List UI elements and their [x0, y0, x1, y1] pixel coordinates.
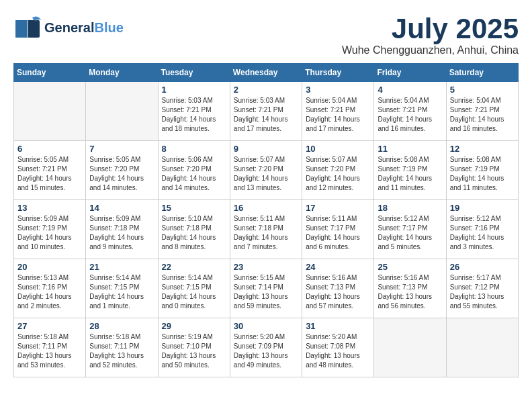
calendar-cell — [14, 82, 86, 141]
day-info: Sunrise: 5:17 AMSunset: 7:12 PMDaylight:… — [450, 273, 515, 311]
day-info: Sunrise: 5:04 AMSunset: 7:21 PMDaylight:… — [378, 96, 442, 134]
day-info: Sunrise: 5:05 AMSunset: 7:20 PMDaylight:… — [89, 155, 154, 193]
day-number: 17 — [306, 203, 370, 213]
day-number: 14 — [89, 203, 154, 213]
day-info: Sunrise: 5:19 AMSunset: 7:10 PMDaylight:… — [162, 332, 226, 370]
day-number: 24 — [306, 262, 370, 272]
weekday-header: Thursday — [302, 64, 374, 82]
weekday-header: Friday — [374, 64, 446, 82]
day-info: Sunrise: 5:20 AMSunset: 7:08 PMDaylight:… — [306, 332, 370, 370]
day-info: Sunrise: 5:12 AMSunset: 7:16 PMDaylight:… — [450, 214, 515, 252]
page-header: GeneralBlue July 2025 Wuhe Chengguanzhen… — [13, 13, 519, 56]
day-number: 29 — [162, 321, 226, 331]
day-info: Sunrise: 5:14 AMSunset: 7:15 PMDaylight:… — [162, 273, 226, 311]
day-number: 2 — [234, 85, 298, 95]
day-number: 10 — [306, 144, 370, 154]
day-number: 30 — [234, 321, 298, 331]
logo-text: GeneralBlue — [44, 20, 124, 35]
day-info: Sunrise: 5:14 AMSunset: 7:15 PMDaylight:… — [89, 273, 154, 311]
calendar-cell: 28Sunrise: 5:18 AMSunset: 7:11 PMDayligh… — [86, 318, 158, 377]
day-number: 4 — [378, 85, 442, 95]
calendar-week-row: 20Sunrise: 5:13 AMSunset: 7:16 PMDayligh… — [14, 259, 519, 318]
calendar-header-row: SundayMondayTuesdayWednesdayThursdayFrid… — [14, 64, 519, 82]
day-number: 23 — [234, 262, 298, 272]
calendar-cell: 3Sunrise: 5:04 AMSunset: 7:21 PMDaylight… — [302, 82, 374, 141]
title-block: July 2025 Wuhe Chengguanzhen, Anhui, Chi… — [342, 13, 519, 56]
day-number: 22 — [162, 262, 226, 272]
calendar-cell: 22Sunrise: 5:14 AMSunset: 7:15 PMDayligh… — [158, 259, 230, 318]
svg-rect-1 — [15, 20, 28, 38]
calendar-cell — [86, 82, 158, 141]
calendar-cell: 27Sunrise: 5:18 AMSunset: 7:11 PMDayligh… — [14, 318, 86, 377]
calendar-cell: 1Sunrise: 5:03 AMSunset: 7:21 PMDaylight… — [158, 82, 230, 141]
calendar-cell: 16Sunrise: 5:11 AMSunset: 7:18 PMDayligh… — [230, 200, 302, 259]
calendar-cell: 26Sunrise: 5:17 AMSunset: 7:12 PMDayligh… — [446, 259, 518, 318]
calendar-cell: 15Sunrise: 5:10 AMSunset: 7:18 PMDayligh… — [158, 200, 230, 259]
calendar-cell: 11Sunrise: 5:08 AMSunset: 7:19 PMDayligh… — [374, 141, 446, 200]
day-number: 18 — [378, 203, 442, 213]
day-number: 20 — [17, 262, 82, 272]
day-info: Sunrise: 5:18 AMSunset: 7:11 PMDaylight:… — [17, 332, 82, 370]
day-number: 11 — [378, 144, 442, 154]
day-info: Sunrise: 5:04 AMSunset: 7:21 PMDaylight:… — [306, 96, 370, 134]
day-info: Sunrise: 5:07 AMSunset: 7:20 PMDaylight:… — [306, 155, 370, 193]
day-number: 6 — [17, 144, 82, 154]
calendar-cell: 23Sunrise: 5:15 AMSunset: 7:14 PMDayligh… — [230, 259, 302, 318]
calendar-table: SundayMondayTuesdayWednesdayThursdayFrid… — [13, 63, 519, 377]
calendar-cell — [446, 318, 518, 377]
day-info: Sunrise: 5:16 AMSunset: 7:13 PMDaylight:… — [378, 273, 442, 311]
day-number: 8 — [162, 144, 226, 154]
day-info: Sunrise: 5:08 AMSunset: 7:19 PMDaylight:… — [378, 155, 442, 193]
calendar-cell: 18Sunrise: 5:12 AMSunset: 7:17 PMDayligh… — [374, 200, 446, 259]
calendar-cell: 7Sunrise: 5:05 AMSunset: 7:20 PMDaylight… — [86, 141, 158, 200]
calendar-cell: 6Sunrise: 5:05 AMSunset: 7:21 PMDaylight… — [14, 141, 86, 200]
day-number: 3 — [306, 85, 370, 95]
day-number: 19 — [450, 203, 515, 213]
calendar-week-row: 27Sunrise: 5:18 AMSunset: 7:11 PMDayligh… — [14, 318, 519, 377]
calendar-cell: 21Sunrise: 5:14 AMSunset: 7:15 PMDayligh… — [86, 259, 158, 318]
day-number: 13 — [17, 203, 82, 213]
day-info: Sunrise: 5:18 AMSunset: 7:11 PMDaylight:… — [89, 332, 154, 370]
weekday-header: Wednesday — [230, 64, 302, 82]
calendar-cell: 24Sunrise: 5:16 AMSunset: 7:13 PMDayligh… — [302, 259, 374, 318]
calendar-cell: 2Sunrise: 5:03 AMSunset: 7:21 PMDaylight… — [230, 82, 302, 141]
day-info: Sunrise: 5:16 AMSunset: 7:13 PMDaylight:… — [306, 273, 370, 311]
day-number: 27 — [17, 321, 82, 331]
calendar-cell: 30Sunrise: 5:20 AMSunset: 7:09 PMDayligh… — [230, 318, 302, 377]
calendar-cell: 20Sunrise: 5:13 AMSunset: 7:16 PMDayligh… — [14, 259, 86, 318]
day-number: 15 — [162, 203, 226, 213]
day-info: Sunrise: 5:11 AMSunset: 7:18 PMDaylight:… — [234, 214, 298, 252]
day-info: Sunrise: 5:07 AMSunset: 7:20 PMDaylight:… — [234, 155, 298, 193]
calendar-week-row: 1Sunrise: 5:03 AMSunset: 7:21 PMDaylight… — [14, 82, 519, 141]
day-info: Sunrise: 5:09 AMSunset: 7:19 PMDaylight:… — [17, 214, 82, 252]
calendar-cell — [374, 318, 446, 377]
weekday-header: Sunday — [14, 64, 86, 82]
weekday-header: Tuesday — [158, 64, 230, 82]
day-number: 21 — [89, 262, 154, 272]
day-info: Sunrise: 5:06 AMSunset: 7:20 PMDaylight:… — [162, 155, 226, 193]
calendar-cell: 31Sunrise: 5:20 AMSunset: 7:08 PMDayligh… — [302, 318, 374, 377]
day-info: Sunrise: 5:08 AMSunset: 7:19 PMDaylight:… — [450, 155, 515, 193]
day-info: Sunrise: 5:11 AMSunset: 7:17 PMDaylight:… — [306, 214, 370, 252]
calendar-cell: 14Sunrise: 5:09 AMSunset: 7:18 PMDayligh… — [86, 200, 158, 259]
day-info: Sunrise: 5:04 AMSunset: 7:21 PMDaylight:… — [450, 96, 515, 134]
calendar-cell: 12Sunrise: 5:08 AMSunset: 7:19 PMDayligh… — [446, 141, 518, 200]
day-info: Sunrise: 5:20 AMSunset: 7:09 PMDaylight:… — [234, 332, 298, 370]
day-number: 16 — [234, 203, 298, 213]
day-info: Sunrise: 5:03 AMSunset: 7:21 PMDaylight:… — [162, 96, 226, 134]
calendar-cell: 19Sunrise: 5:12 AMSunset: 7:16 PMDayligh… — [446, 200, 518, 259]
day-info: Sunrise: 5:09 AMSunset: 7:18 PMDaylight:… — [89, 214, 154, 252]
calendar-week-row: 6Sunrise: 5:05 AMSunset: 7:21 PMDaylight… — [14, 141, 519, 200]
day-info: Sunrise: 5:10 AMSunset: 7:18 PMDaylight:… — [162, 214, 226, 252]
day-number: 26 — [450, 262, 515, 272]
day-number: 7 — [89, 144, 154, 154]
calendar-cell: 13Sunrise: 5:09 AMSunset: 7:19 PMDayligh… — [14, 200, 86, 259]
day-info: Sunrise: 5:13 AMSunset: 7:16 PMDaylight:… — [17, 273, 82, 311]
weekday-header: Saturday — [446, 64, 518, 82]
calendar-cell: 25Sunrise: 5:16 AMSunset: 7:13 PMDayligh… — [374, 259, 446, 318]
calendar-week-row: 13Sunrise: 5:09 AMSunset: 7:19 PMDayligh… — [14, 200, 519, 259]
logo-icon — [13, 13, 42, 42]
day-number: 31 — [306, 321, 370, 331]
calendar-cell: 4Sunrise: 5:04 AMSunset: 7:21 PMDaylight… — [374, 82, 446, 141]
day-number: 5 — [450, 85, 515, 95]
